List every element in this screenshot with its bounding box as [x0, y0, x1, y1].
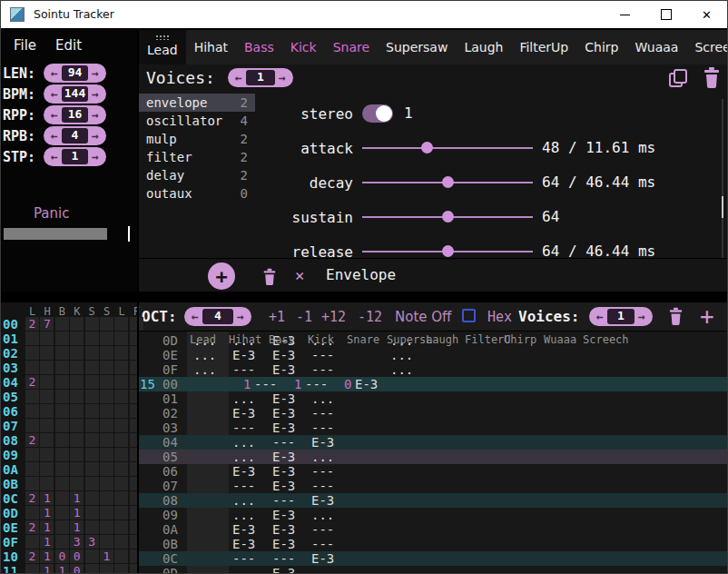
- note-cell[interactable]: ---: [311, 421, 334, 435]
- stepper-value[interactable]: 144: [62, 86, 88, 102]
- order-cell[interactable]: [70, 375, 84, 389]
- order-cell[interactable]: [114, 317, 128, 331]
- order-cell[interactable]: 1: [40, 535, 54, 549]
- order-cell[interactable]: [114, 535, 128, 549]
- order-cell[interactable]: 1: [100, 549, 113, 563]
- order-cell[interactable]: [25, 477, 39, 490]
- note-cell[interactable]: ---: [272, 435, 295, 450]
- note-cell[interactable]: E-3: [311, 551, 334, 566]
- order-cell[interactable]: [114, 375, 128, 389]
- order-cell[interactable]: [114, 448, 128, 461]
- tab-supersaw[interactable]: Supersaw: [378, 30, 456, 64]
- order-cell[interactable]: [100, 448, 113, 461]
- tab-hihat[interactable]: Hihat: [186, 30, 236, 64]
- order-cell[interactable]: 1: [55, 564, 69, 574]
- note-cell[interactable]: E-3: [272, 421, 295, 435]
- song-param-stepper-stp[interactable]: ←1→: [44, 147, 106, 166]
- note-cell[interactable]: E-3: [272, 406, 295, 421]
- octave-stepper[interactable]: ←4→: [184, 307, 251, 326]
- order-cell[interactable]: 2: [25, 491, 39, 505]
- add-track-button[interactable]: +: [700, 304, 714, 328]
- param-slider-knob[interactable]: [442, 211, 454, 223]
- order-cell[interactable]: [100, 477, 113, 490]
- stepper-increase-arrow[interactable]: →: [88, 129, 103, 143]
- minimize-button[interactable]: [605, 1, 645, 28]
- order-cell[interactable]: [85, 346, 99, 360]
- order-cell[interactable]: 1: [40, 520, 54, 534]
- note-cell[interactable]: E-3: [355, 377, 378, 391]
- note-cell[interactable]: ---: [311, 464, 334, 479]
- order-cell[interactable]: [25, 419, 39, 432]
- order-cell[interactable]: [85, 375, 99, 389]
- order-cell[interactable]: [114, 477, 128, 490]
- transpose-plus12-button[interactable]: +12: [321, 309, 346, 325]
- order-cell[interactable]: [40, 448, 54, 461]
- menu-file[interactable]: File: [14, 37, 36, 54]
- order-cell[interactable]: [85, 433, 99, 447]
- song-param-stepper-len[interactable]: ←94→: [44, 64, 106, 83]
- order-cell[interactable]: 0: [70, 549, 84, 563]
- title-bar[interactable]: Sointu Tracker ✕: [1, 1, 727, 28]
- order-cell[interactable]: [40, 433, 54, 447]
- order-cell[interactable]: 1: [70, 520, 84, 534]
- order-cell[interactable]: [40, 462, 54, 476]
- order-cell[interactable]: [100, 564, 113, 574]
- tab-drag-handle[interactable]: [155, 35, 170, 40]
- order-cell[interactable]: [85, 564, 99, 574]
- order-cell[interactable]: [40, 419, 54, 432]
- order-cell[interactable]: [25, 564, 39, 574]
- order-cell[interactable]: [40, 404, 54, 418]
- tab-wuaaa[interactable]: Wuaaa: [626, 30, 686, 64]
- order-cell[interactable]: [100, 390, 113, 403]
- order-cell[interactable]: [114, 506, 128, 520]
- note-cell[interactable]: E-3: [272, 566, 295, 574]
- order-cell[interactable]: [25, 506, 39, 520]
- order-cell[interactable]: [100, 535, 113, 549]
- order-cell[interactable]: [85, 477, 99, 490]
- transpose-plus1-button[interactable]: +1: [269, 309, 285, 325]
- order-cell[interactable]: [55, 404, 69, 418]
- order-cell[interactable]: [55, 535, 69, 549]
- stepper-decrease-arrow[interactable]: ←: [47, 150, 62, 163]
- stepper-decrease-arrow[interactable]: ←: [593, 310, 607, 323]
- order-cell[interactable]: [85, 491, 99, 505]
- stepper-decrease-arrow[interactable]: ←: [47, 108, 62, 122]
- order-cell[interactable]: 3: [70, 535, 84, 549]
- note-cell[interactable]: ---: [311, 362, 334, 377]
- delete-instrument-button[interactable]: [703, 66, 721, 88]
- stepper-decrease-arrow[interactable]: ←: [231, 71, 246, 84]
- order-cell[interactable]: [55, 361, 69, 374]
- note-cell[interactable]: ---: [311, 406, 334, 421]
- tab-chirp[interactable]: Chirp: [576, 30, 626, 64]
- order-cell[interactable]: [40, 361, 54, 374]
- order-cell[interactable]: [55, 477, 69, 490]
- order-cell[interactable]: [114, 404, 128, 418]
- order-cell[interactable]: [25, 535, 39, 549]
- order-cell[interactable]: [25, 346, 39, 360]
- note-cell[interactable]: E-3: [272, 508, 295, 522]
- order-cell[interactable]: [55, 433, 69, 447]
- note-cell[interactable]: ...: [311, 391, 334, 406]
- order-cell[interactable]: [85, 404, 99, 418]
- note-cell[interactable]: ...: [193, 362, 216, 377]
- note-cell[interactable]: E-3: [272, 348, 295, 362]
- unit-item-mulp[interactable]: mulp2: [139, 130, 255, 148]
- order-cell[interactable]: [100, 346, 113, 360]
- stepper-increase-arrow[interactable]: →: [88, 87, 103, 101]
- stepper-value[interactable]: 4: [62, 128, 88, 144]
- note-cell[interactable]: ---: [232, 362, 255, 377]
- note-cell[interactable]: ...: [232, 450, 255, 464]
- note-cell[interactable]: ---: [311, 522, 334, 537]
- note-cell[interactable]: ---: [305, 377, 328, 391]
- order-cell[interactable]: [55, 462, 69, 476]
- order-cell[interactable]: [70, 361, 84, 374]
- order-cell[interactable]: 1: [70, 491, 84, 505]
- order-cell[interactable]: [55, 419, 69, 432]
- stepper-value[interactable]: 1: [607, 309, 635, 324]
- voices-stepper[interactable]: ←1→: [228, 68, 293, 87]
- note-cell[interactable]: ---: [232, 421, 255, 435]
- order-cell[interactable]: [55, 520, 69, 534]
- order-cell[interactable]: 1: [70, 506, 84, 520]
- order-cell[interactable]: [114, 491, 128, 505]
- stepper-decrease-arrow[interactable]: ←: [47, 129, 62, 143]
